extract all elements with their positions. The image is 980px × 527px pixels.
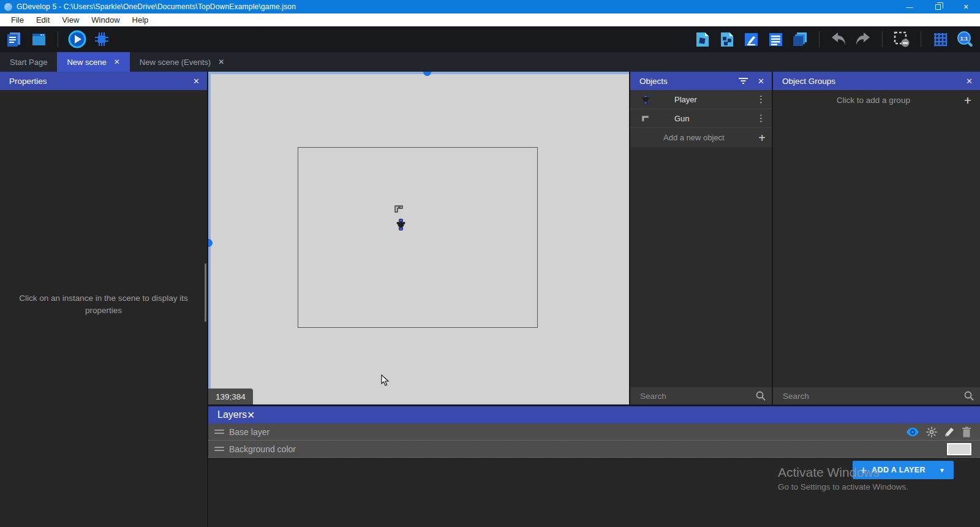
player-instance[interactable] <box>396 219 405 230</box>
layer-delete-trash-icon[interactable] <box>962 427 971 438</box>
groups-search-bar <box>773 387 980 404</box>
close-window-button[interactable]: ✕ <box>952 0 980 13</box>
toolbar-separator <box>819 31 820 47</box>
toolbar: 1:1 <box>0 26 980 52</box>
add-group-label: Click to add a group <box>783 96 964 105</box>
properties-panel: Properties ✕ Click on an instance in the… <box>0 72 207 527</box>
toolbar-separator <box>58 31 58 47</box>
properties-panel-header: Properties ✕ <box>0 72 207 90</box>
menu-bar: File Edit View Window Help <box>0 13 980 26</box>
layer-row-background-color[interactable]: Background color <box>208 441 980 458</box>
panel-title: Properties <box>9 77 47 86</box>
redo-icon[interactable] <box>854 30 872 48</box>
game-window-bounds <box>298 147 538 328</box>
menu-help[interactable]: Help <box>126 13 155 26</box>
object-groups-panel-header: Object Groups ✕ <box>773 72 980 90</box>
window-title: GDevelop 5 - C:\Users\Sparkle\OneDrive\D… <box>17 2 296 11</box>
caret-down-icon[interactable]: ▼ <box>930 467 954 474</box>
layer-visibility-eye-icon[interactable] <box>906 427 919 437</box>
tab-label: Start Page <box>10 58 47 67</box>
vertical-scroll-thumb[interactable] <box>208 239 213 247</box>
close-objects-icon[interactable]: ✕ <box>758 77 764 86</box>
panel-title: Object Groups <box>782 77 835 86</box>
search-icon <box>964 391 974 401</box>
layer-name: Background color <box>229 444 296 454</box>
title-bar: GDevelop 5 - C:\Users\Sparkle\OneDrive\D… <box>0 0 980 13</box>
close-tab-icon[interactable]: ✕ <box>114 58 120 66</box>
zoom-1-1-icon[interactable]: 1:1 <box>956 30 974 48</box>
object-menu-icon[interactable]: ⋮ <box>756 94 766 105</box>
play-preview-icon[interactable] <box>68 30 86 48</box>
close-object-groups-icon[interactable]: ✕ <box>966 77 973 86</box>
toolbar-separator <box>921 31 921 47</box>
canvas-horizontal-scrollbar[interactable] <box>208 72 629 74</box>
drag-handle-icon[interactable] <box>214 430 224 434</box>
preview-window-icon[interactable] <box>29 30 48 48</box>
layers-panel-header: Layers ✕ <box>208 406 980 423</box>
open-layers-panel-icon[interactable] <box>791 30 809 48</box>
layer-edit-pencil-icon[interactable] <box>944 427 955 438</box>
undo-icon[interactable] <box>829 30 848 48</box>
canvas-vertical-scrollbar[interactable] <box>208 72 211 404</box>
menu-edit[interactable]: Edit <box>30 13 56 26</box>
object-row-player[interactable]: Player ⋮ <box>630 90 772 109</box>
groups-search-input[interactable] <box>783 392 964 401</box>
grid-icon[interactable] <box>931 30 949 48</box>
close-properties-icon[interactable]: ✕ <box>193 77 200 86</box>
gun-object-icon <box>640 114 651 123</box>
restore-icon <box>935 4 941 10</box>
objects-search-input[interactable] <box>640 392 756 401</box>
plus-icon: + <box>964 94 971 107</box>
search-icon <box>756 391 766 401</box>
tab-start-page[interactable]: Start Page <box>0 52 57 72</box>
add-layer-label: ADD A LAYER <box>872 466 925 474</box>
layer-row-base[interactable]: Base layer <box>208 423 980 441</box>
toolbar-separator <box>882 31 883 47</box>
menu-view[interactable]: View <box>56 13 85 26</box>
drag-handle-icon[interactable] <box>214 447 224 451</box>
menu-file[interactable]: File <box>5 13 30 26</box>
layer-effects-icon[interactable] <box>926 427 937 438</box>
object-row-gun[interactable]: Gun ⋮ <box>630 109 772 128</box>
cursor-coordinates-badge: 139;384 <box>208 389 253 404</box>
scene-canvas[interactable]: 139;384 <box>208 72 629 404</box>
horizontal-scroll-thumb[interactable] <box>423 72 431 76</box>
add-new-object-button[interactable]: Add a new object + <box>630 128 772 147</box>
objects-search-bar <box>630 387 772 404</box>
object-groups-panel: Object Groups ✕ Click to add a group + <box>773 72 980 404</box>
object-menu-icon[interactable]: ⋮ <box>756 113 766 124</box>
minimize-button[interactable]: — <box>895 0 924 13</box>
close-tab-icon[interactable]: ✕ <box>218 58 224 66</box>
project-manager-icon[interactable] <box>5 30 23 48</box>
clear-selection-icon[interactable] <box>892 30 911 48</box>
open-object-groups-panel-icon[interactable] <box>717 30 736 48</box>
gun-instance[interactable] <box>394 204 404 213</box>
add-a-layer-button[interactable]: + ADD A LAYER ▼ <box>853 461 954 479</box>
menu-window[interactable]: Window <box>85 13 126 26</box>
tab-label: New scene <box>67 58 106 67</box>
tab-new-scene[interactable]: New scene ✕ <box>57 52 129 72</box>
player-object-icon <box>640 95 651 104</box>
background-color-swatch[interactable] <box>947 443 971 455</box>
open-instances-list-icon[interactable] <box>766 30 785 48</box>
mouse-cursor <box>381 374 390 387</box>
open-objects-panel-icon[interactable] <box>693 30 711 48</box>
layer-name: Base layer <box>229 427 270 437</box>
tab-label: New scene (Events) <box>140 58 211 67</box>
debug-icon[interactable] <box>92 30 111 48</box>
layers-panel: Layers ✕ Base layer <box>208 406 980 527</box>
object-name: Player <box>674 95 697 104</box>
restore-button[interactable] <box>924 0 952 13</box>
tab-new-scene-events[interactable]: New scene (Events) ✕ <box>130 52 234 72</box>
add-group-button[interactable]: Click to add a group + <box>773 90 980 110</box>
objects-panel: Objects ✕ Player ⋮ Gun ⋮ Add a new objec… <box>630 72 772 404</box>
open-properties-panel-icon[interactable] <box>742 30 760 48</box>
properties-empty-message: Click on an instance in the scene to dis… <box>6 292 202 317</box>
filter-objects-icon[interactable] <box>739 77 748 85</box>
properties-scrollbar[interactable] <box>205 264 206 322</box>
editor-tab-bar: Start Page New scene ✕ New scene (Events… <box>0 52 980 72</box>
panel-title: Layers <box>217 409 247 420</box>
gdevelop-logo-icon <box>4 3 12 11</box>
panel-title: Objects <box>639 77 668 86</box>
close-layers-icon[interactable]: ✕ <box>247 409 255 421</box>
